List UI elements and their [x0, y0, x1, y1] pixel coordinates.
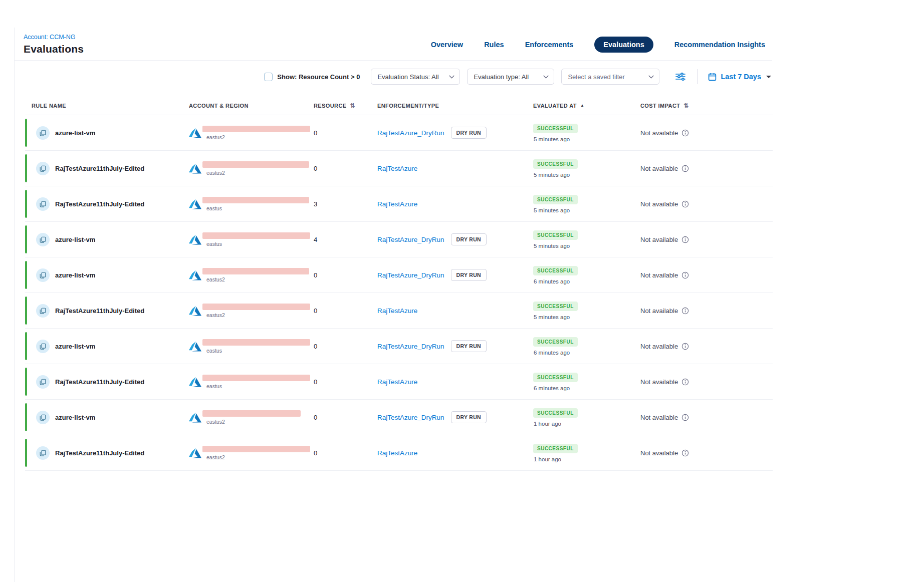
saved-filter-select[interactable]: Select a saved filter — [561, 69, 659, 85]
account-region-cell: eastus — [189, 375, 314, 389]
dry-run-badge: DRY RUN — [451, 411, 487, 423]
status-accent-bar — [25, 332, 27, 360]
tab-rules[interactable]: Rules — [484, 41, 504, 49]
table-row[interactable]: azure-list-vm eastus 4 RajTestAzure_DryR… — [25, 222, 773, 257]
account-region-cell: eastus — [189, 232, 314, 247]
sort-icon[interactable]: ⇅ — [683, 103, 688, 109]
account-name-redacted — [202, 126, 310, 132]
resource-count-filter[interactable]: Show: Resource Count > 0 — [264, 73, 360, 81]
resource-count: 0 — [314, 343, 317, 350]
enforcement-link[interactable]: RajTestAzure_DryRun — [377, 271, 444, 279]
cost-impact-cell: Not available — [640, 449, 773, 457]
table-row[interactable]: RajTestAzure11thJuly-Edited eastus 3 Raj… — [25, 186, 773, 222]
enforcement-link[interactable]: RajTestAzure — [377, 307, 417, 315]
table-row[interactable]: azure-list-vm eastus2 0 RajTestAzure_Dry… — [25, 257, 773, 293]
status-accent-bar — [25, 403, 27, 431]
tab-overview[interactable]: Overview — [431, 41, 464, 49]
evaluated-cell: SUCCESSFUL 5 minutes ago — [533, 302, 640, 320]
info-icon[interactable] — [681, 343, 689, 350]
table-row[interactable]: azure-list-vm eastus2 0 RajTestAzure_Dry… — [25, 115, 773, 151]
enforcement-link[interactable]: RajTestAzure_DryRun — [377, 129, 444, 137]
info-icon[interactable] — [681, 165, 689, 172]
evaluated-time: 5 minutes ago — [533, 207, 570, 213]
account-wrap: eastus2 — [202, 410, 301, 425]
chevron-down-icon — [648, 75, 654, 79]
column-label: RULE NAME — [32, 103, 66, 109]
table-row[interactable]: azure-list-vm eastus2 0 RajTestAzure_Dry… — [25, 400, 773, 435]
column-evaluated-at[interactable]: EVALUATED AT▲ — [533, 103, 640, 109]
region-label: eastus2 — [206, 276, 309, 282]
resource-count-checkbox[interactable] — [264, 73, 273, 81]
table-row[interactable]: RajTestAzure11thJuly-Edited eastus 0 Raj… — [25, 364, 773, 400]
cost-impact-cell: Not available — [640, 307, 773, 315]
rule-name: azure-list-vm — [55, 271, 95, 279]
enforcement-link[interactable]: RajTestAzure_DryRun — [377, 414, 444, 421]
enforcement-cell: RajTestAzure_DryRun DRY RUN — [377, 269, 533, 281]
evaluation-type-select[interactable]: Evaluation type: All — [467, 69, 554, 85]
enforcement-link[interactable]: RajTestAzure — [377, 449, 417, 457]
account-region-cell: eastus2 — [189, 446, 314, 460]
info-icon[interactable] — [681, 271, 689, 279]
cost-impact-cell: Not available — [640, 236, 773, 243]
filter-settings-button[interactable] — [673, 71, 687, 83]
info-icon[interactable] — [681, 200, 689, 208]
tab-enforcements[interactable]: Enforcements — [525, 41, 574, 49]
column-rule-name[interactable]: RULE NAME — [25, 103, 189, 109]
info-icon[interactable] — [681, 378, 689, 386]
divider — [698, 69, 698, 84]
evaluated-time: 5 minutes ago — [533, 136, 570, 142]
cost-impact: Not available — [640, 200, 678, 208]
table-row[interactable]: RajTestAzure11thJuly-Edited eastus2 0 Ra… — [25, 151, 773, 186]
cost-impact: Not available — [640, 271, 678, 279]
status-badge: SUCCESSFUL — [533, 337, 578, 347]
enforcement-link[interactable]: RajTestAzure_DryRun — [377, 236, 444, 243]
account-name-redacted — [202, 375, 310, 381]
cost-impact-cell: Not available — [640, 271, 773, 279]
resource-cell: 4 — [314, 236, 377, 243]
info-icon[interactable] — [681, 129, 689, 137]
account-name-redacted — [202, 197, 309, 203]
table-row[interactable]: RajTestAzure11thJuly-Edited eastus2 0 Ra… — [25, 435, 773, 471]
table-row[interactable]: RajTestAzure11thJuly-Edited eastus2 0 Ra… — [25, 293, 773, 329]
evaluations-page: Account: CCM-NG Evaluations OverviewRule… — [0, 0, 924, 582]
info-icon[interactable] — [681, 449, 689, 457]
enforcement-cell: RajTestAzure — [377, 449, 533, 457]
tab-bar: OverviewRulesEnforcementsEvaluationsReco… — [431, 37, 765, 53]
info-icon[interactable] — [681, 236, 689, 243]
info-icon[interactable] — [681, 414, 689, 421]
azure-icon — [189, 447, 201, 459]
account-wrap: eastus — [202, 232, 310, 247]
enforcement-cell: RajTestAzure_DryRun DRY RUN — [377, 127, 533, 139]
column-enforcement-type[interactable]: ENFORCEMENT/TYPE — [377, 103, 533, 109]
table-row[interactable]: azure-list-vm eastus 0 RajTestAzure_DryR… — [25, 329, 773, 364]
azure-icon — [189, 305, 201, 317]
tab-evaluations[interactable]: Evaluations — [594, 37, 653, 53]
evaluation-type-value: Evaluation type: All — [474, 73, 529, 81]
status-badge: SUCCESSFUL — [533, 266, 578, 275]
column-label: ACCOUNT & REGION — [189, 103, 249, 109]
info-icon[interactable] — [681, 307, 689, 315]
enforcement-link[interactable]: RajTestAzure_DryRun — [377, 343, 444, 350]
enforcement-link[interactable]: RajTestAzure — [377, 378, 417, 386]
status-badge: SUCCESSFUL — [533, 124, 578, 133]
rule-name: RajTestAzure11thJuly-Edited — [55, 378, 144, 386]
content-frame: Account: CCM-NG Evaluations OverviewRule… — [14, 28, 772, 582]
enforcement-link[interactable]: RajTestAzure — [377, 165, 417, 172]
account-region-cell: eastus — [189, 339, 314, 354]
column-cost-impact[interactable]: COST IMPACT⇅ — [640, 103, 773, 109]
account-breadcrumb[interactable]: Account: CCM-NG — [24, 34, 84, 41]
sort-icon[interactable]: ▲ — [580, 104, 584, 108]
region-label: eastus2 — [206, 454, 310, 460]
column-account-region[interactable]: ACCOUNT & REGION — [189, 103, 314, 109]
saved-filter-placeholder: Select a saved filter — [568, 73, 624, 81]
enforcement-link[interactable]: RajTestAzure — [377, 200, 417, 208]
evaluated-time: 1 hour ago — [533, 456, 561, 462]
column-resource[interactable]: RESOURCE⇅ — [314, 103, 377, 109]
resource-cell: 0 — [314, 449, 377, 457]
evaluation-status-select[interactable]: Evaluation Status: All — [371, 69, 460, 85]
tab-recommendation-insights[interactable]: Recommendation Insights — [674, 41, 765, 49]
date-range-picker[interactable]: Last 7 Days — [708, 73, 772, 81]
resource-cell: 0 — [314, 165, 377, 172]
page-title: Evaluations — [24, 43, 84, 55]
sort-icon[interactable]: ⇅ — [350, 103, 355, 109]
